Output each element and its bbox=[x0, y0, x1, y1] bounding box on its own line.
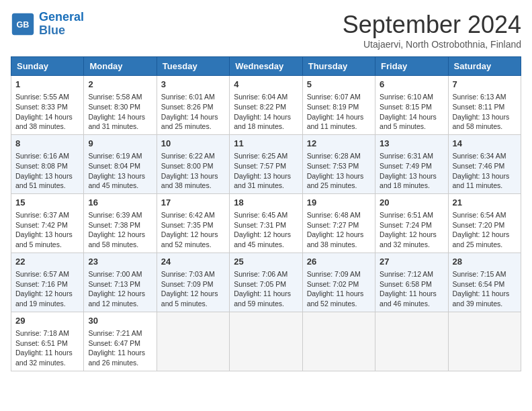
day-info-line: and 32 minutes. bbox=[15, 358, 79, 368]
day-info-line: Daylight: 12 hours bbox=[161, 289, 225, 299]
day-number: 6 bbox=[380, 79, 443, 91]
day-info-line: Daylight: 12 hours bbox=[380, 230, 443, 240]
calendar-day-cell bbox=[157, 312, 229, 371]
day-info-line: and 59 minutes. bbox=[234, 299, 298, 309]
day-info-line: Daylight: 11 hours bbox=[380, 289, 443, 299]
day-number: 26 bbox=[307, 256, 371, 268]
day-info-line: and 38 minutes. bbox=[15, 122, 79, 132]
day-number: 24 bbox=[161, 256, 225, 268]
day-info-line: Sunrise: 6:16 AM bbox=[15, 151, 79, 161]
day-info-line: and 38 minutes. bbox=[307, 240, 371, 250]
day-number: 3 bbox=[161, 79, 225, 91]
day-info-line: Sunset: 8:30 PM bbox=[88, 102, 152, 112]
day-info-line: and 5 minutes. bbox=[161, 299, 225, 309]
day-number: 17 bbox=[161, 197, 225, 209]
day-info-line: and 18 minutes. bbox=[380, 181, 443, 191]
day-info-line: Sunrise: 7:03 AM bbox=[161, 269, 225, 279]
day-info-line: and 31 minutes. bbox=[88, 122, 152, 132]
calendar-day-cell bbox=[448, 312, 521, 371]
day-info-line: Sunset: 7:27 PM bbox=[307, 220, 371, 230]
day-info-line: and 12 minutes. bbox=[88, 299, 152, 309]
calendar-week-row: 29Sunrise: 7:18 AMSunset: 6:51 PMDayligh… bbox=[11, 312, 521, 371]
day-info-line: Daylight: 13 hours bbox=[453, 112, 517, 122]
calendar-day-cell: 20Sunrise: 6:51 AMSunset: 7:24 PMDayligh… bbox=[375, 193, 448, 253]
day-info-line: Daylight: 14 hours bbox=[234, 112, 298, 122]
day-info-line: Daylight: 12 hours bbox=[88, 289, 152, 299]
calendar-day-cell: 5Sunrise: 6:07 AMSunset: 8:19 PMDaylight… bbox=[302, 76, 375, 135]
day-info-line: and 39 minutes. bbox=[453, 299, 517, 309]
day-info-line: Daylight: 11 hours bbox=[307, 289, 371, 299]
day-info-line: Sunset: 7:49 PM bbox=[380, 161, 443, 171]
day-info-line: Sunset: 6:58 PM bbox=[380, 279, 443, 289]
day-info-line: Daylight: 12 hours bbox=[88, 230, 152, 240]
header-day-wednesday: Wednesday bbox=[230, 57, 302, 76]
day-info-line: Daylight: 14 hours bbox=[161, 112, 225, 122]
day-info-line: and 46 minutes. bbox=[380, 299, 443, 309]
day-info-line: Daylight: 12 hours bbox=[453, 230, 517, 240]
calendar-day-cell bbox=[375, 312, 448, 371]
day-number: 9 bbox=[88, 138, 152, 150]
day-info-line: Sunset: 7:42 PM bbox=[15, 220, 79, 230]
calendar-day-cell: 14Sunrise: 6:34 AMSunset: 7:46 PMDayligh… bbox=[448, 134, 521, 193]
day-info-line: and 18 minutes. bbox=[234, 122, 298, 132]
day-number: 28 bbox=[453, 256, 517, 268]
day-info-line: and 11 minutes. bbox=[453, 181, 517, 191]
day-info-line: Daylight: 13 hours bbox=[15, 171, 79, 181]
day-number: 22 bbox=[15, 256, 79, 268]
calendar-day-cell: 12Sunrise: 6:28 AMSunset: 7:53 PMDayligh… bbox=[302, 134, 375, 193]
day-info-line: Sunset: 7:24 PM bbox=[380, 220, 443, 230]
day-info-line: Daylight: 12 hours bbox=[307, 230, 371, 240]
day-info-line: Sunrise: 6:34 AM bbox=[453, 151, 517, 161]
calendar-day-cell: 29Sunrise: 7:18 AMSunset: 6:51 PMDayligh… bbox=[11, 312, 84, 371]
day-info-line: Sunset: 8:00 PM bbox=[161, 161, 225, 171]
day-info-line: Sunrise: 6:04 AM bbox=[234, 92, 298, 102]
day-number: 14 bbox=[453, 138, 517, 150]
calendar-week-row: 8Sunrise: 6:16 AMSunset: 8:08 PMDaylight… bbox=[11, 134, 521, 193]
calendar-day-cell: 26Sunrise: 7:09 AMSunset: 7:02 PMDayligh… bbox=[302, 253, 375, 312]
day-info-line: and 45 minutes. bbox=[234, 240, 298, 250]
day-info-line: Sunset: 7:09 PM bbox=[161, 279, 225, 289]
page-header: GB General Blue September 2024 Utajaervi… bbox=[11, 11, 521, 50]
day-info-line: Sunrise: 6:42 AM bbox=[161, 210, 225, 220]
day-number: 21 bbox=[453, 197, 517, 209]
logo-icon: GB bbox=[11, 12, 35, 36]
day-info-line: Sunrise: 6:22 AM bbox=[161, 151, 225, 161]
location-subtitle: Utajaervi, North Ostrobothnia, Finland bbox=[343, 39, 521, 50]
day-info-line: and 52 minutes. bbox=[307, 299, 371, 309]
calendar-day-cell: 15Sunrise: 6:37 AMSunset: 7:42 PMDayligh… bbox=[11, 193, 84, 253]
day-number: 30 bbox=[88, 315, 152, 327]
calendar-day-cell: 17Sunrise: 6:42 AMSunset: 7:35 PMDayligh… bbox=[157, 193, 229, 253]
day-info-line: Sunset: 8:08 PM bbox=[15, 161, 79, 171]
calendar-day-cell: 18Sunrise: 6:45 AMSunset: 7:31 PMDayligh… bbox=[230, 193, 302, 253]
calendar-day-cell: 3Sunrise: 6:01 AMSunset: 8:26 PMDaylight… bbox=[157, 76, 229, 135]
day-info-line: Sunset: 8:19 PM bbox=[307, 102, 371, 112]
day-info-line: Daylight: 13 hours bbox=[15, 230, 79, 240]
calendar-day-cell: 8Sunrise: 6:16 AMSunset: 8:08 PMDaylight… bbox=[11, 134, 84, 193]
calendar-day-cell: 1Sunrise: 5:55 AMSunset: 8:33 PMDaylight… bbox=[11, 76, 84, 135]
day-number: 10 bbox=[161, 138, 225, 150]
calendar-table: SundayMondayTuesdayWednesdayThursdayFrid… bbox=[11, 56, 521, 371]
day-info-line: Sunset: 8:26 PM bbox=[161, 102, 225, 112]
calendar-day-cell: 2Sunrise: 5:58 AMSunset: 8:30 PMDaylight… bbox=[84, 76, 157, 135]
day-number: 27 bbox=[380, 256, 443, 268]
day-info-line: Sunrise: 6:13 AM bbox=[453, 92, 517, 102]
calendar-day-cell: 28Sunrise: 7:15 AMSunset: 6:54 PMDayligh… bbox=[448, 253, 521, 312]
calendar-day-cell bbox=[302, 312, 375, 371]
day-info-line: Sunrise: 7:06 AM bbox=[234, 269, 298, 279]
svg-text:GB: GB bbox=[17, 20, 30, 30]
day-info-line: Sunrise: 7:00 AM bbox=[88, 269, 152, 279]
title-area: September 2024 Utajaervi, North Ostrobot… bbox=[343, 11, 521, 50]
calendar-day-cell: 4Sunrise: 6:04 AMSunset: 8:22 PMDaylight… bbox=[230, 76, 302, 135]
day-info-line: and 25 minutes. bbox=[161, 122, 225, 132]
day-info-line: Daylight: 14 hours bbox=[15, 112, 79, 122]
day-info-line: Sunrise: 6:07 AM bbox=[307, 92, 371, 102]
day-info-line: Sunset: 7:02 PM bbox=[307, 279, 371, 289]
day-info-line: Sunrise: 7:09 AM bbox=[307, 269, 371, 279]
day-info-line: Sunrise: 6:19 AM bbox=[88, 151, 152, 161]
day-number: 8 bbox=[15, 138, 79, 150]
day-info-line: Daylight: 13 hours bbox=[453, 171, 517, 181]
month-title: September 2024 bbox=[343, 11, 521, 39]
day-info-line: Sunrise: 7:18 AM bbox=[15, 328, 79, 338]
day-info-line: Sunrise: 6:37 AM bbox=[15, 210, 79, 220]
day-info-line: Daylight: 13 hours bbox=[307, 171, 371, 181]
